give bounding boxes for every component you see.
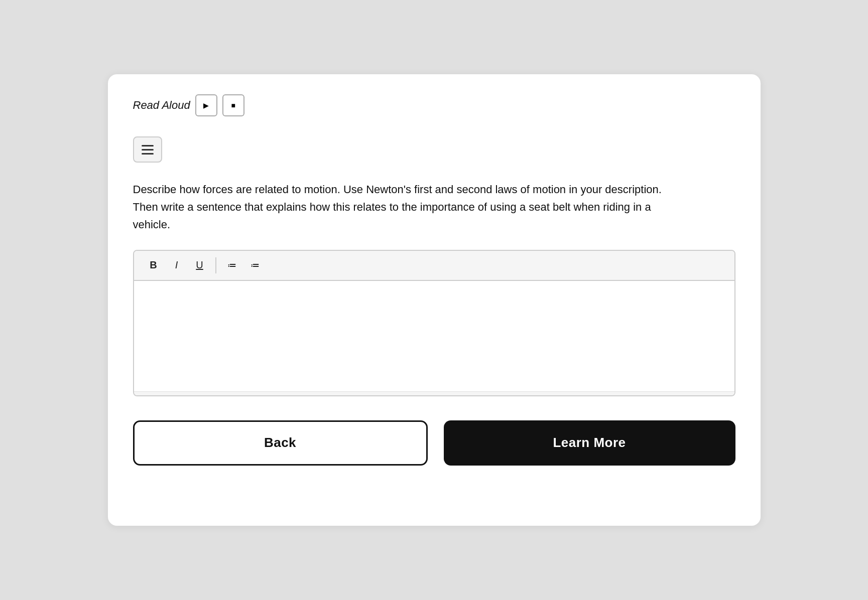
editor-toolbar: B I U ≔ ≔: [134, 251, 734, 281]
back-button[interactable]: Back: [133, 420, 428, 466]
underline-button[interactable]: U: [190, 256, 209, 275]
editor-container: B I U ≔ ≔: [133, 250, 735, 396]
hamburger-icon: [142, 145, 154, 155]
prompt-text: Describe how forces are related to motio…: [133, 181, 685, 234]
play-button[interactable]: ▶: [195, 94, 217, 116]
bullet-list-button[interactable]: ≔: [222, 256, 241, 275]
numbered-list-icon: ≔: [251, 261, 260, 270]
main-card: Read Aloud ▶ ■ Describe how forces are r…: [108, 74, 761, 526]
read-aloud-bar: Read Aloud ▶ ■: [133, 94, 735, 116]
bullet-list-icon: ≔: [227, 261, 236, 270]
toolbar-divider: [215, 257, 216, 273]
italic-button[interactable]: I: [167, 256, 186, 275]
editor-input[interactable]: [134, 281, 734, 391]
numbered-list-button[interactable]: ≔: [245, 256, 265, 275]
read-aloud-label: Read Aloud: [133, 99, 190, 112]
bold-button[interactable]: B: [144, 256, 163, 275]
play-icon: ▶: [203, 101, 209, 109]
button-row: Back Learn More: [133, 420, 735, 466]
menu-button[interactable]: [133, 136, 162, 163]
editor-status-bar: [134, 391, 734, 395]
stop-button[interactable]: ■: [222, 94, 244, 116]
stop-icon: ■: [231, 101, 235, 109]
learn-more-button[interactable]: Learn More: [444, 420, 735, 466]
